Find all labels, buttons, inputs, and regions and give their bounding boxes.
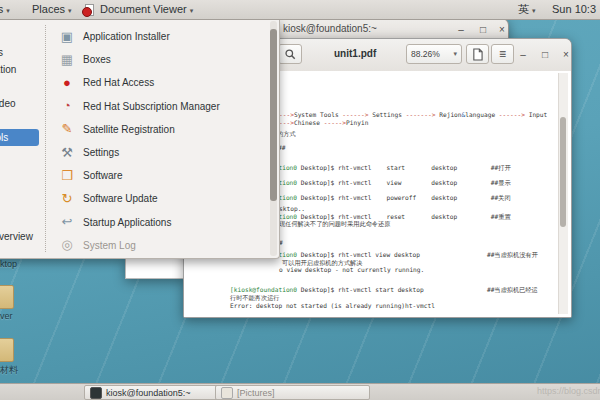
menu-app-settings[interactable]: ⚒Settings [46,141,264,164]
pdf-text-line: o view desktop - not currently running. [279,266,424,273]
image-folder-icon [221,387,233,399]
menu-app-system-log[interactable]: ◎System Log [46,234,264,257]
red-hat-subscription-manager-icon: ◔ [59,98,75,114]
pdf-text-line: --->System Tools ------> Settings ------… [279,111,547,118]
pdf-text-line: 可以用开启虚拟机的方式解决 [282,259,362,266]
pictures-window-fragment[interactable] [125,258,185,279]
menu-app-label: Startup Applications [83,217,171,228]
red-hat-access-icon: ● [59,75,75,91]
software-update-icon: ↻ [59,191,75,207]
menu-app-software[interactable]: ❒Software [46,164,264,187]
menu-category-documentation[interactable]: Documentation [0,61,39,78]
zoom-level-value: 88.26% [411,49,440,59]
desktop-icon-label[interactable]: ver [0,311,13,321]
menu-app-label: Software [83,170,122,181]
menu-category-utilities[interactable]: Utilities [0,146,39,163]
desktop: ktop ver 材料 kiosk@foundation5:~ – □ × un… [0,0,600,400]
clock-label: Sun 10:3 [552,3,596,15]
menu-app-application-installer[interactable]: ▣Application Installer [46,25,264,48]
menu-button[interactable]: ≡ [491,44,514,64]
places-menu-button[interactable]: Places▾ [26,0,78,19]
caret-down-icon: ▾ [532,7,536,14]
top-bar: Applications▾ Places▾ Document Viewer▾ 英… [0,0,600,20]
window-menu-button[interactable]: Document Viewer▾ [76,0,199,19]
pdf-text-line: 行时不能再次运行 [230,294,280,301]
applications-menu-button[interactable]: Applications▾ [0,0,16,19]
terminal-icon [90,387,102,399]
close-button[interactable]: × [557,47,575,63]
menu-category-office[interactable]: Office [0,78,39,95]
software-icon: ❒ [59,168,75,184]
language-indicator[interactable]: 英▾ [512,0,542,19]
pdf-text-line: --->Chinese ----->Pinyin [279,119,368,126]
menu-scrollbar[interactable] [270,21,277,256]
terminal-window-title: kiosk@foundation5:~ [283,23,377,34]
menu-app-software-update[interactable]: ↻Software Update [46,187,264,210]
caret-down-icon: ▾ [68,7,72,14]
viewer-scrollbar-thumb[interactable] [560,117,566,227]
menu-app-label: Software Update [83,193,158,204]
menu-app-satellite-registration[interactable]: ✎Satellite Registration [46,118,264,141]
page-view-button[interactable] [466,44,489,64]
menu-app-label: Satellite Registration [83,124,175,135]
pdf-text-line: Error: desktop not started (is already r… [230,302,435,309]
hamburger-icon: ≡ [499,47,506,61]
menu-category-accessories[interactable]: Accessories [0,44,39,61]
application-installer-icon: ▣ [59,29,75,45]
pdf-text-line: sktop.. [279,205,305,212]
caret-down-icon: ▾ [190,7,194,14]
taskbar-item-label: [Pictures] [237,388,275,398]
menu-app-label: Application Installer [83,31,170,42]
maximize-button[interactable]: □ [536,47,554,63]
menu-app-red-hat-access[interactable]: ●Red Hat Access [46,71,264,94]
menu-category-sound-video[interactable]: Sound & Video [0,95,39,112]
menu-category-sundry[interactable]: Sundry [0,112,39,129]
menu-app-label: Red Hat Subscription Manager [83,101,220,112]
folder-icon[interactable] [0,285,14,309]
applications-menu-label: Applications [0,3,3,15]
page-icon [472,48,483,61]
satellite-registration-icon: ✎ [59,121,75,137]
watermark: https://blog.csdn. [537,386,600,396]
desktop-icon-label[interactable]: ktop [0,259,17,269]
places-menu-label: Places [32,3,65,15]
chevron-down-icon: ▾ [453,50,457,58]
viewer-window-title: unit1.pdf [334,48,376,59]
taskbar: kiosk@foundation5:~ [Pictures] [0,383,600,400]
menu-category-favorites[interactable]: Favorites [0,27,39,44]
applications-menu: FavoritesAccessoriesDocumentationOfficeS… [0,19,280,259]
menu-app-startup-applications[interactable]: ↩Startup Applications [46,211,264,234]
menu-app-list: ▣Application Installer▦Boxes●Red Hat Acc… [46,25,264,257]
viewer-scrollbar[interactable] [558,73,568,314]
taskbar-item-pictures[interactable]: [Pictures] [215,385,370,400]
menu-app-label: System Log [83,240,136,251]
menu-category-system-tools[interactable]: System Tools [0,129,39,146]
magnifier-icon [284,48,297,61]
clock[interactable]: Sun 10:3 [546,0,600,19]
taskbar-item-terminal[interactable]: kiosk@foundation5:~ [84,385,227,400]
zoom-level-select[interactable]: 88.26% ▾ [406,44,462,64]
startup-applications-icon: ↩ [59,214,75,230]
menu-app-label: Boxes [83,54,111,65]
system-log-icon: ◎ [59,237,75,253]
pdf-text-line: [kiosk@foundation0 Desktop]$ rht-vmctl s… [230,286,538,293]
menu-app-label: Settings [83,147,119,158]
menu-app-red-hat-subscription-manager[interactable]: ◔Red Hat Subscription Manager [46,95,264,118]
minimize-button[interactable]: – [514,47,532,63]
document-viewer-icon [82,4,93,15]
menu-category-activities-overview[interactable]: Activities Overview [0,228,39,245]
menu-category-list: FavoritesAccessoriesDocumentationOfficeS… [0,27,39,245]
pdf-text-line: 现任何解决不了的问题时采用此命令还原 [279,220,390,227]
boxes-icon: ▦ [59,52,75,68]
menu-app-boxes[interactable]: ▦Boxes [46,48,264,71]
desktop-icon-label[interactable]: 材料 [0,364,18,377]
close-button[interactable]: × [494,22,510,38]
search-button[interactable] [278,44,302,64]
menu-category-other[interactable]: Other [0,163,39,180]
minimize-button[interactable]: – [453,22,469,38]
menu-scrollbar-thumb[interactable] [270,29,277,201]
settings-icon: ⚒ [59,145,75,161]
folder-icon[interactable] [0,338,14,362]
maximize-button[interactable]: □ [475,22,491,38]
language-label: 英 [518,3,529,15]
